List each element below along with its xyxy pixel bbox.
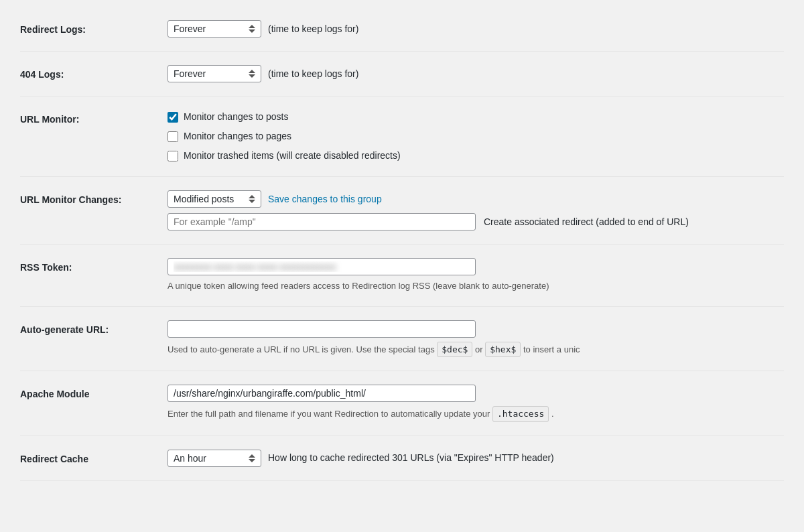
redirect-cache-label: Redirect Cache bbox=[20, 450, 168, 466]
save-changes-link[interactable]: Save changes to this group bbox=[268, 192, 382, 206]
404-logs-field: Forever 1 day 1 week 1 month No logs (ti… bbox=[168, 65, 784, 82]
monitor-trashed-item: Monitor trashed items (will create disab… bbox=[168, 149, 784, 163]
404-logs-description: (time to keep logs for) bbox=[268, 67, 358, 81]
rss-token-row: RSS Token: A unique token allowing feed … bbox=[20, 245, 784, 307]
404-logs-select[interactable]: Forever 1 day 1 week 1 month No logs bbox=[168, 65, 261, 82]
hex-tag: $hex$ bbox=[485, 342, 521, 358]
url-monitor-changes-select[interactable]: Modified posts All posts New posts bbox=[168, 190, 261, 208]
monitor-posts-label: Monitor changes to posts bbox=[184, 110, 288, 124]
url-monitor-checkboxes: Monitor changes to posts Monitor changes… bbox=[168, 110, 784, 163]
dec-tag: $dec$ bbox=[437, 342, 472, 358]
redirect-logs-field: Forever 1 day 1 week 1 month No logs (ti… bbox=[168, 20, 784, 38]
rss-token-input[interactable] bbox=[168, 258, 476, 275]
monitor-posts-item: Monitor changes to posts bbox=[168, 110, 784, 124]
settings-table: Redirect Logs: Forever 1 day 1 week 1 mo… bbox=[0, 0, 804, 494]
redirect-cache-row: Redirect Cache An hour No cache 1 day 1 … bbox=[20, 436, 784, 481]
url-monitor-label: URL Monitor: bbox=[20, 110, 168, 127]
htaccess-tag: .htaccess bbox=[492, 406, 549, 422]
url-monitor-changes-field: Modified posts All posts New posts Save … bbox=[168, 190, 784, 230]
monitor-pages-label: Monitor changes to pages bbox=[184, 129, 291, 143]
url-monitor-changes-label: URL Monitor Changes: bbox=[20, 190, 168, 207]
auto-generate-url-label: Auto-generate URL: bbox=[20, 320, 168, 337]
redirect-logs-label: Redirect Logs: bbox=[20, 20, 168, 37]
url-monitor-row: URL Monitor: Monitor changes to posts Mo… bbox=[20, 96, 784, 177]
monitor-pages-checkbox[interactable] bbox=[168, 131, 178, 142]
monitor-trashed-label: Monitor trashed items (will create disab… bbox=[184, 149, 401, 163]
apache-module-row: Apache Module Enter the full path and fi… bbox=[20, 371, 784, 436]
redirect-logs-select[interactable]: Forever 1 day 1 week 1 month No logs bbox=[168, 20, 261, 38]
url-monitor-changes-row: URL Monitor Changes: Modified posts All … bbox=[20, 177, 784, 245]
url-monitor-changes-input[interactable] bbox=[168, 213, 476, 230]
redirect-cache-field: An hour No cache 1 day 1 week How long t… bbox=[168, 450, 784, 467]
url-monitor-changes-input-description: Create associated redirect (added to end… bbox=[484, 215, 689, 229]
url-monitor-field: Monitor changes to posts Monitor changes… bbox=[168, 110, 784, 163]
auto-generate-url-input[interactable] bbox=[168, 320, 476, 338]
rss-token-description: A unique token allowing feed readers acc… bbox=[168, 279, 784, 293]
auto-generate-url-row: Auto-generate URL: Used to auto-generate… bbox=[20, 307, 784, 372]
monitor-pages-item: Monitor changes to pages bbox=[168, 129, 784, 143]
rss-token-label: RSS Token: bbox=[20, 258, 168, 275]
monitor-posts-checkbox[interactable] bbox=[168, 112, 178, 123]
redirect-cache-select[interactable]: An hour No cache 1 day 1 week bbox=[168, 450, 261, 467]
404-logs-label: 404 Logs: bbox=[20, 65, 168, 82]
monitor-trashed-checkbox[interactable] bbox=[168, 151, 178, 161]
404-logs-row: 404 Logs: Forever 1 day 1 week 1 month N… bbox=[20, 52, 784, 96]
apache-module-input[interactable] bbox=[168, 385, 476, 402]
apache-module-field: Enter the full path and filename if you … bbox=[168, 385, 784, 422]
rss-token-field: A unique token allowing feed readers acc… bbox=[168, 258, 784, 293]
auto-generate-url-field: Used to auto-generate a URL if no URL is… bbox=[168, 320, 784, 358]
auto-generate-url-description: Used to auto-generate a URL if no URL is… bbox=[168, 342, 784, 358]
redirect-cache-description: How long to cache redirected 301 URLs (v… bbox=[268, 451, 554, 465]
apache-module-description: Enter the full path and filename if you … bbox=[168, 406, 784, 422]
apache-module-label: Apache Module bbox=[20, 385, 168, 401]
redirect-logs-description: (time to keep logs for) bbox=[268, 22, 358, 36]
redirect-logs-row: Redirect Logs: Forever 1 day 1 week 1 mo… bbox=[20, 13, 784, 52]
